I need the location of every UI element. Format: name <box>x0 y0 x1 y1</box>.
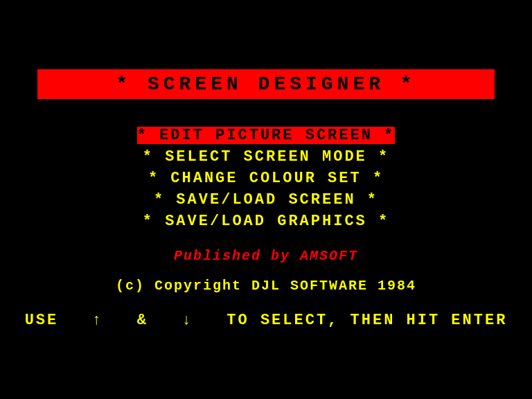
instructions-text: USE ↑ & ↓ TO SELECT, THEN HIT ENTER <box>25 312 508 329</box>
arrow-down-icon: ↓ <box>181 312 193 329</box>
menu-item-change-colour-set[interactable]: * CHANGE COLOUR SET * <box>148 170 384 187</box>
menu-item-edit-picture[interactable]: * EDIT PICTURE SCREEN * <box>137 127 396 144</box>
copyright-text: (c) Copyright DJL SOFTWARE 1984 <box>116 278 416 294</box>
instructions-ampersand: & <box>137 312 148 329</box>
instructions-prefix: USE <box>25 312 59 329</box>
app-title: * SCREEN DESIGNER * <box>116 73 416 95</box>
menu-item-select-screen-mode[interactable]: * SELECT SCREEN MODE * <box>143 148 389 166</box>
published-text: Published by AMSOFT <box>174 248 358 264</box>
menu-container: * EDIT PICTURE SCREEN * * SELECT SCREEN … <box>137 127 396 230</box>
arrow-up-icon: ↑ <box>92 312 103 329</box>
title-bar: * SCREEN DESIGNER * <box>37 69 495 99</box>
instructions-suffix: TO SELECT, THEN HIT ENTER <box>227 312 507 329</box>
menu-item-save-load-screen[interactable]: * SAVE/LOAD SCREEN * <box>154 191 378 209</box>
menu-item-save-load-graphics[interactable]: * SAVE/LOAD GRAPHICS * <box>143 213 389 230</box>
